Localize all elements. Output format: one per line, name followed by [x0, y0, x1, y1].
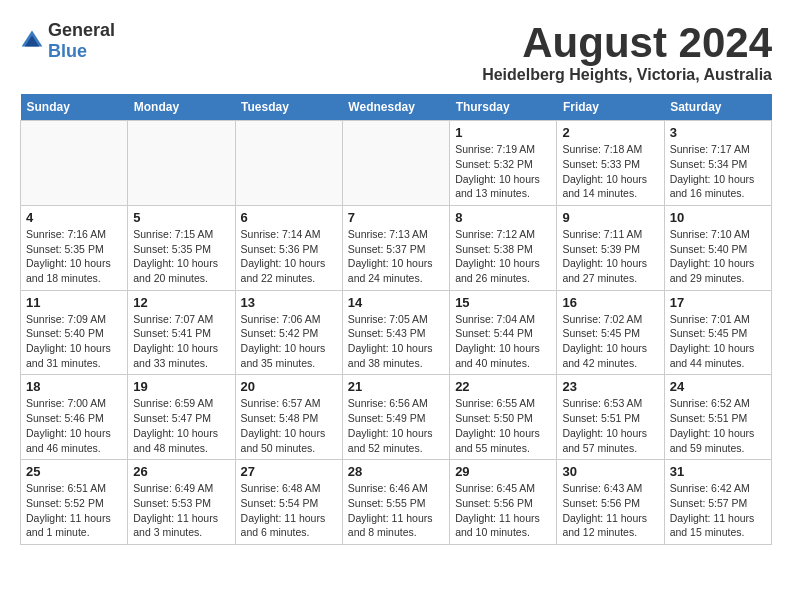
day-number: 2 — [562, 125, 658, 140]
calendar-cell: 26Sunrise: 6:49 AM Sunset: 5:53 PM Dayli… — [128, 460, 235, 545]
calendar-cell — [235, 121, 342, 206]
day-info: Sunrise: 7:05 AM Sunset: 5:43 PM Dayligh… — [348, 312, 444, 371]
logo-general-text: General — [48, 20, 115, 40]
calendar-cell: 12Sunrise: 7:07 AM Sunset: 5:41 PM Dayli… — [128, 290, 235, 375]
day-info: Sunrise: 6:53 AM Sunset: 5:51 PM Dayligh… — [562, 396, 658, 455]
day-info: Sunrise: 7:13 AM Sunset: 5:37 PM Dayligh… — [348, 227, 444, 286]
day-info: Sunrise: 7:04 AM Sunset: 5:44 PM Dayligh… — [455, 312, 551, 371]
calendar-cell: 22Sunrise: 6:55 AM Sunset: 5:50 PM Dayli… — [450, 375, 557, 460]
day-number: 9 — [562, 210, 658, 225]
calendar-cell: 4Sunrise: 7:16 AM Sunset: 5:35 PM Daylig… — [21, 205, 128, 290]
day-number: 3 — [670, 125, 766, 140]
day-number: 28 — [348, 464, 444, 479]
day-info: Sunrise: 6:45 AM Sunset: 5:56 PM Dayligh… — [455, 481, 551, 540]
day-number: 17 — [670, 295, 766, 310]
calendar-cell: 30Sunrise: 6:43 AM Sunset: 5:56 PM Dayli… — [557, 460, 664, 545]
calendar-cell: 10Sunrise: 7:10 AM Sunset: 5:40 PM Dayli… — [664, 205, 771, 290]
day-info: Sunrise: 7:14 AM Sunset: 5:36 PM Dayligh… — [241, 227, 337, 286]
day-number: 22 — [455, 379, 551, 394]
day-number: 27 — [241, 464, 337, 479]
day-info: Sunrise: 6:59 AM Sunset: 5:47 PM Dayligh… — [133, 396, 229, 455]
calendar-cell: 18Sunrise: 7:00 AM Sunset: 5:46 PM Dayli… — [21, 375, 128, 460]
day-info: Sunrise: 7:19 AM Sunset: 5:32 PM Dayligh… — [455, 142, 551, 201]
calendar-cell: 5Sunrise: 7:15 AM Sunset: 5:35 PM Daylig… — [128, 205, 235, 290]
calendar-cell: 20Sunrise: 6:57 AM Sunset: 5:48 PM Dayli… — [235, 375, 342, 460]
day-info: Sunrise: 6:43 AM Sunset: 5:56 PM Dayligh… — [562, 481, 658, 540]
day-info: Sunrise: 6:49 AM Sunset: 5:53 PM Dayligh… — [133, 481, 229, 540]
title-area: August 2024 Heidelberg Heights, Victoria… — [482, 20, 772, 84]
day-number: 29 — [455, 464, 551, 479]
calendar-cell: 27Sunrise: 6:48 AM Sunset: 5:54 PM Dayli… — [235, 460, 342, 545]
day-info: Sunrise: 7:11 AM Sunset: 5:39 PM Dayligh… — [562, 227, 658, 286]
calendar-cell: 24Sunrise: 6:52 AM Sunset: 5:51 PM Dayli… — [664, 375, 771, 460]
day-number: 25 — [26, 464, 122, 479]
calendar-cell: 7Sunrise: 7:13 AM Sunset: 5:37 PM Daylig… — [342, 205, 449, 290]
day-number: 12 — [133, 295, 229, 310]
day-info: Sunrise: 7:06 AM Sunset: 5:42 PM Dayligh… — [241, 312, 337, 371]
calendar-cell — [342, 121, 449, 206]
day-info: Sunrise: 7:15 AM Sunset: 5:35 PM Dayligh… — [133, 227, 229, 286]
day-info: Sunrise: 7:00 AM Sunset: 5:46 PM Dayligh… — [26, 396, 122, 455]
column-header-thursday: Thursday — [450, 94, 557, 121]
day-info: Sunrise: 7:01 AM Sunset: 5:45 PM Dayligh… — [670, 312, 766, 371]
logo-blue-text: Blue — [48, 41, 87, 61]
calendar-cell: 28Sunrise: 6:46 AM Sunset: 5:55 PM Dayli… — [342, 460, 449, 545]
calendar-cell: 1Sunrise: 7:19 AM Sunset: 5:32 PM Daylig… — [450, 121, 557, 206]
month-title: August 2024 — [482, 20, 772, 66]
calendar-table: SundayMondayTuesdayWednesdayThursdayFrid… — [20, 94, 772, 545]
column-header-monday: Monday — [128, 94, 235, 121]
day-number: 18 — [26, 379, 122, 394]
day-number: 10 — [670, 210, 766, 225]
column-header-friday: Friday — [557, 94, 664, 121]
calendar-week-row: 25Sunrise: 6:51 AM Sunset: 5:52 PM Dayli… — [21, 460, 772, 545]
day-info: Sunrise: 6:51 AM Sunset: 5:52 PM Dayligh… — [26, 481, 122, 540]
day-number: 15 — [455, 295, 551, 310]
day-number: 6 — [241, 210, 337, 225]
calendar-cell: 13Sunrise: 7:06 AM Sunset: 5:42 PM Dayli… — [235, 290, 342, 375]
day-number: 14 — [348, 295, 444, 310]
column-header-saturday: Saturday — [664, 94, 771, 121]
column-header-wednesday: Wednesday — [342, 94, 449, 121]
day-info: Sunrise: 7:18 AM Sunset: 5:33 PM Dayligh… — [562, 142, 658, 201]
day-number: 26 — [133, 464, 229, 479]
day-number: 1 — [455, 125, 551, 140]
calendar-cell: 9Sunrise: 7:11 AM Sunset: 5:39 PM Daylig… — [557, 205, 664, 290]
calendar-cell — [128, 121, 235, 206]
calendar-week-row: 11Sunrise: 7:09 AM Sunset: 5:40 PM Dayli… — [21, 290, 772, 375]
day-number: 19 — [133, 379, 229, 394]
day-info: Sunrise: 6:46 AM Sunset: 5:55 PM Dayligh… — [348, 481, 444, 540]
calendar-cell: 14Sunrise: 7:05 AM Sunset: 5:43 PM Dayli… — [342, 290, 449, 375]
calendar-cell: 15Sunrise: 7:04 AM Sunset: 5:44 PM Dayli… — [450, 290, 557, 375]
day-info: Sunrise: 6:48 AM Sunset: 5:54 PM Dayligh… — [241, 481, 337, 540]
day-number: 13 — [241, 295, 337, 310]
calendar-cell: 8Sunrise: 7:12 AM Sunset: 5:38 PM Daylig… — [450, 205, 557, 290]
day-number: 7 — [348, 210, 444, 225]
calendar-week-row: 18Sunrise: 7:00 AM Sunset: 5:46 PM Dayli… — [21, 375, 772, 460]
day-number: 8 — [455, 210, 551, 225]
day-info: Sunrise: 6:57 AM Sunset: 5:48 PM Dayligh… — [241, 396, 337, 455]
day-number: 11 — [26, 295, 122, 310]
day-info: Sunrise: 7:10 AM Sunset: 5:40 PM Dayligh… — [670, 227, 766, 286]
day-info: Sunrise: 7:07 AM Sunset: 5:41 PM Dayligh… — [133, 312, 229, 371]
day-info: Sunrise: 7:02 AM Sunset: 5:45 PM Dayligh… — [562, 312, 658, 371]
column-header-tuesday: Tuesday — [235, 94, 342, 121]
day-info: Sunrise: 7:12 AM Sunset: 5:38 PM Dayligh… — [455, 227, 551, 286]
column-header-sunday: Sunday — [21, 94, 128, 121]
day-number: 24 — [670, 379, 766, 394]
calendar-cell: 17Sunrise: 7:01 AM Sunset: 5:45 PM Dayli… — [664, 290, 771, 375]
calendar-cell — [21, 121, 128, 206]
day-number: 20 — [241, 379, 337, 394]
day-number: 31 — [670, 464, 766, 479]
calendar-cell: 6Sunrise: 7:14 AM Sunset: 5:36 PM Daylig… — [235, 205, 342, 290]
calendar-week-row: 1Sunrise: 7:19 AM Sunset: 5:32 PM Daylig… — [21, 121, 772, 206]
calendar-cell: 31Sunrise: 6:42 AM Sunset: 5:57 PM Dayli… — [664, 460, 771, 545]
day-number: 23 — [562, 379, 658, 394]
day-number: 4 — [26, 210, 122, 225]
day-number: 21 — [348, 379, 444, 394]
calendar-week-row: 4Sunrise: 7:16 AM Sunset: 5:35 PM Daylig… — [21, 205, 772, 290]
calendar-cell: 29Sunrise: 6:45 AM Sunset: 5:56 PM Dayli… — [450, 460, 557, 545]
day-info: Sunrise: 7:17 AM Sunset: 5:34 PM Dayligh… — [670, 142, 766, 201]
day-info: Sunrise: 6:42 AM Sunset: 5:57 PM Dayligh… — [670, 481, 766, 540]
calendar-cell: 19Sunrise: 6:59 AM Sunset: 5:47 PM Dayli… — [128, 375, 235, 460]
calendar-cell: 23Sunrise: 6:53 AM Sunset: 5:51 PM Dayli… — [557, 375, 664, 460]
